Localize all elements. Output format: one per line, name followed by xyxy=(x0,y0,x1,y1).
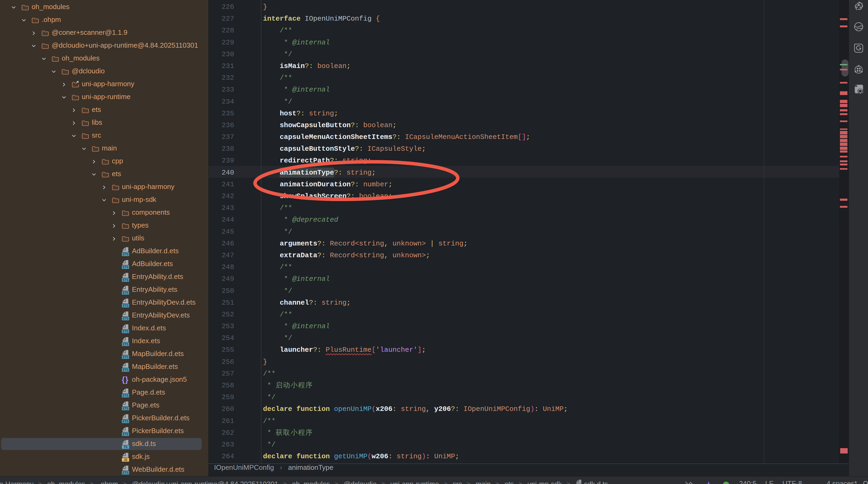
svg-text:ETS: ETS xyxy=(123,432,128,436)
svg-text:ETS: ETS xyxy=(123,317,128,321)
svg-text:ETS: ETS xyxy=(123,355,128,359)
svg-text:ETS: ETS xyxy=(123,291,128,295)
svg-text:ETS: ETS xyxy=(123,304,128,308)
svg-text:ETS: ETS xyxy=(123,471,128,475)
svg-text:ETS: ETS xyxy=(123,368,128,372)
svg-text:ETS: ETS xyxy=(123,330,128,333)
svg-text:TS: TS xyxy=(124,445,128,449)
svg-text:ETS: ETS xyxy=(123,252,128,256)
svg-text:ETS: ETS xyxy=(123,394,128,397)
svg-text:JS: JS xyxy=(124,458,127,462)
svg-text:ETS: ETS xyxy=(123,420,128,423)
svg-text:ETS: ETS xyxy=(123,278,128,282)
svg-text:ETS: ETS xyxy=(123,406,128,411)
svg-text:ETS: ETS xyxy=(123,265,128,269)
svg-text:ETS: ETS xyxy=(123,342,128,346)
